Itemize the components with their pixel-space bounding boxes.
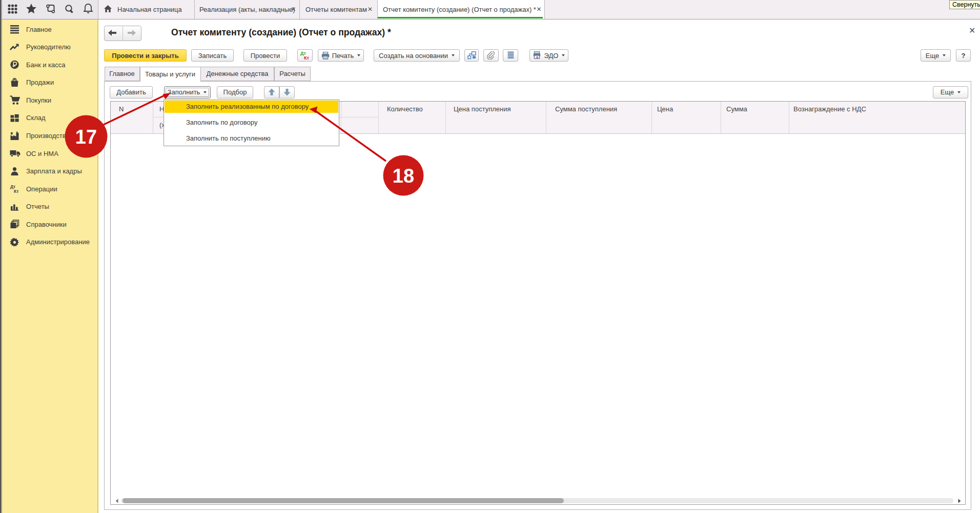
svg-text:Кт: Кт [14,189,18,194]
svg-text:я: я [536,55,538,59]
